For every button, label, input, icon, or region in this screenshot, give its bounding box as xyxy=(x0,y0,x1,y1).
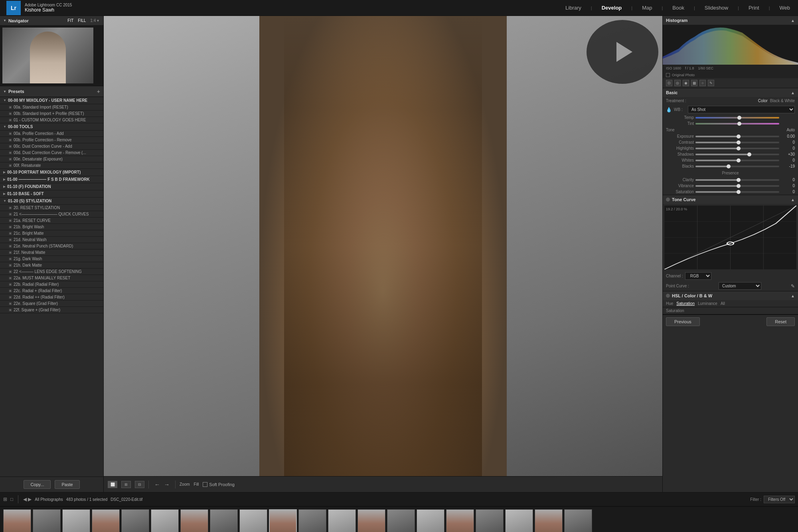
list-item[interactable]: ▣21d. Neutral Wash xyxy=(0,237,103,243)
list-item[interactable]: ▣21b. Bright Wash xyxy=(0,224,103,230)
radial-filter-icon[interactable]: ○ xyxy=(699,80,706,86)
list-item[interactable]: ▣00c. Dust Correction Curve - Add xyxy=(0,143,103,150)
grad-filter-icon[interactable]: ▦ xyxy=(691,80,697,86)
film-thumb-3[interactable] xyxy=(62,509,90,532)
slideshow-play-overlay[interactable] xyxy=(587,20,658,84)
list-item[interactable]: ▣22f. Square + (Grad Filter) xyxy=(0,307,103,313)
treatment-bw[interactable]: Black & White xyxy=(770,99,795,103)
list-item[interactable]: ▣22a. MUST MANUALLY RESET xyxy=(0,275,103,281)
shadows-slider[interactable] xyxy=(695,154,779,155)
highlights-thumb[interactable] xyxy=(737,146,741,150)
nav-fill[interactable]: FILL xyxy=(77,18,87,23)
list-item[interactable]: ▣21e. Neutral Punch (STANDARD) xyxy=(0,243,103,249)
temp-slider-thumb[interactable] xyxy=(737,116,741,120)
saturation-slider[interactable] xyxy=(695,191,779,193)
grid-view-icon[interactable]: ⊞ xyxy=(3,496,7,502)
loupe-view-icon[interactable]: □ xyxy=(10,496,13,502)
hsl-tab-all[interactable]: All xyxy=(721,301,725,306)
nav-slideshow[interactable]: Slideshow xyxy=(703,4,730,12)
list-item[interactable]: ▣21a. RESET CURVE xyxy=(0,218,103,224)
vibrance-thumb[interactable] xyxy=(737,184,741,188)
list-item[interactable]: ▣21c. Bright Matte xyxy=(0,230,103,237)
shadows-thumb[interactable] xyxy=(747,152,751,156)
list-item[interactable]: ▣22b. Radial (Radial Filter) xyxy=(0,281,103,288)
curve-display[interactable]: 19.2 / 20.0 % xyxy=(664,206,796,269)
whites-thumb[interactable] xyxy=(737,158,741,162)
highlights-slider[interactable] xyxy=(695,148,779,149)
film-thumb-18[interactable] xyxy=(505,509,533,532)
film-thumb-11[interactable] xyxy=(298,509,326,532)
blacks-thumb[interactable] xyxy=(727,164,731,168)
channel-dropdown[interactable]: RGB Red Green Blue xyxy=(685,272,711,280)
heal-tool-icon[interactable]: ◎ xyxy=(674,80,681,86)
list-item[interactable]: ▣21h. Dark Matte xyxy=(0,262,103,269)
list-item[interactable]: ▣00b. Standard Import + Profile (RESET) xyxy=(0,111,103,117)
nav-print[interactable]: Print xyxy=(747,4,761,12)
tint-slider-track[interactable] xyxy=(695,123,779,125)
bnav-next-arrow[interactable]: ▶ xyxy=(28,496,32,502)
contrast-thumb[interactable] xyxy=(737,140,741,144)
list-item[interactable]: ▣22 <——— LENS EDGE SOFTENING xyxy=(0,269,103,275)
blacks-slider[interactable] xyxy=(695,166,779,167)
next-arrow-icon[interactable]: → xyxy=(162,481,171,488)
nav-map[interactable]: Map xyxy=(640,4,654,12)
contrast-slider[interactable] xyxy=(695,142,779,143)
nav-web[interactable]: Web xyxy=(778,4,792,12)
film-thumb-16[interactable] xyxy=(446,509,474,532)
tone-curve-header[interactable]: Tone Curve ▲ xyxy=(663,195,798,204)
list-item[interactable]: ▣00d. Dust Correction Curve - Remove (..… xyxy=(0,150,103,156)
film-thumb-10[interactable] xyxy=(269,509,297,532)
eyedropper-icon[interactable]: 💧 xyxy=(666,107,672,113)
copy-button[interactable]: Copy... xyxy=(24,480,51,489)
film-thumb-4[interactable] xyxy=(92,509,120,532)
list-item[interactable]: ▣00b. Profile Correction - Remove xyxy=(0,137,103,143)
hsl-tab-luminance[interactable]: Luminance xyxy=(698,301,717,306)
prev-arrow-icon[interactable]: ← xyxy=(153,481,162,488)
presets-header[interactable]: ▼ Presets + xyxy=(0,86,103,97)
film-thumb-13[interactable] xyxy=(358,509,385,532)
preset-group-2-header[interactable]: ▼ 00-00 TOOLS xyxy=(0,123,103,131)
redeye-tool-icon[interactable]: ◉ xyxy=(683,80,689,86)
toolbar-loupe-icon[interactable]: ⬜ xyxy=(108,481,117,488)
soft-proofing-checkbox[interactable] xyxy=(203,482,207,487)
navigator-header[interactable]: ▼ Navigator FIT FILL 1:4 ▾ xyxy=(0,16,103,25)
nav-develop[interactable]: Develop xyxy=(600,4,624,12)
exposure-slider[interactable] xyxy=(695,136,779,137)
list-item[interactable]: ▣00a. Profile Correction - Add xyxy=(0,131,103,137)
list-item[interactable]: ▣00a. Standard Import (RESET) xyxy=(0,104,103,111)
film-thumb-9[interactable] xyxy=(239,509,267,532)
preset-group-4-header[interactable]: ▶ 01-00 ——————— F S B D FRAMEWORK xyxy=(0,176,103,183)
film-thumb-12[interactable] xyxy=(328,509,356,532)
film-thumb-6[interactable] xyxy=(151,509,179,532)
histogram-header[interactable]: Histogram ▲ xyxy=(663,16,798,25)
nav-ratio[interactable]: 1:4 ▾ xyxy=(89,18,100,23)
list-item[interactable]: ▣00e. Desaturate (Exposure) xyxy=(0,156,103,162)
film-thumb-7[interactable] xyxy=(180,509,208,532)
point-curve-edit-icon[interactable]: ✎ xyxy=(791,283,795,289)
list-item[interactable]: ▣20. RESET STYLIZATION xyxy=(0,205,103,211)
list-item[interactable]: ▣22c. Radial + (Radial Filter) xyxy=(0,288,103,294)
nav-fit[interactable]: FIT xyxy=(66,18,75,23)
film-thumb-8[interactable] xyxy=(210,509,238,532)
preset-group-1-header[interactable]: ▼ 00-00 MY MIXOLOGY - USER NAME HERE xyxy=(0,97,103,104)
preset-group-6-header[interactable]: ▶ 01-10 BASE - SOFT xyxy=(0,190,103,198)
treatment-color[interactable]: Color xyxy=(758,99,768,103)
film-thumb-17[interactable] xyxy=(476,509,504,532)
orig-photo-checkbox[interactable] xyxy=(666,73,670,77)
film-thumb-2[interactable] xyxy=(33,509,61,532)
bnav-prev-arrow[interactable]: ◀ xyxy=(23,496,27,502)
list-item[interactable]: ▣00f. Resaturate xyxy=(0,162,103,169)
basic-panel-header[interactable]: Basic ▲ xyxy=(663,88,798,97)
list-item[interactable]: ▣22e. Square (Grad Filter) xyxy=(0,301,103,307)
preset-group-5-header[interactable]: ▶ 01-10 (F) FOUNDATION xyxy=(0,183,103,190)
paste-button[interactable]: Paste xyxy=(55,480,79,489)
wb-dropdown[interactable]: As Shot Auto Daylight Custom xyxy=(688,106,795,113)
crop-tool-icon[interactable]: ⊡ xyxy=(666,80,672,86)
film-thumb-1[interactable] xyxy=(3,509,31,532)
tone-auto-button[interactable]: Auto xyxy=(786,128,795,132)
film-thumb-5[interactable] xyxy=(121,509,149,532)
clarity-slider[interactable] xyxy=(695,179,779,181)
tint-slider-thumb[interactable] xyxy=(737,122,741,126)
hsl-header[interactable]: HSL / Color / B & W ▲ xyxy=(663,291,798,300)
reset-button[interactable]: Reset xyxy=(766,317,795,326)
